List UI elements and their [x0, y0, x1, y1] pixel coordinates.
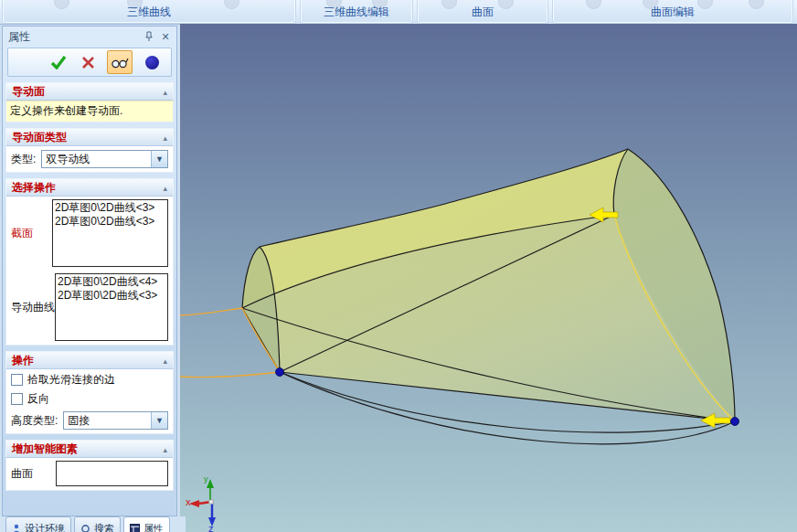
ribbon: 三维曲线 三维曲线编辑 曲面 曲面编辑	[0, 0, 797, 25]
window-icon	[130, 524, 140, 532]
tab-design-environment[interactable]: 设计环境	[5, 516, 71, 532]
panel-title: 属性	[8, 29, 30, 45]
chevron-down-icon[interactable]: ▼	[151, 151, 167, 167]
type-dropdown[interactable]: 双导动线 ▼	[41, 150, 168, 168]
property-panel: 属性 ✕ 导动面	[2, 26, 177, 516]
section-sweep-surface: 导动面 ▴ 定义操作来创建导动面.	[5, 82, 174, 122]
glasses-icon	[111, 56, 129, 69]
section-sweep-type: 导动面类型 ▴ 类型: 双导动线 ▼	[5, 128, 174, 173]
tab-properties[interactable]: 属性	[123, 516, 170, 532]
section-header[interactable]: 导动面 ▴	[5, 82, 174, 101]
collapse-arrow-icon[interactable]: ▴	[163, 184, 167, 193]
apply-point-button[interactable]	[142, 51, 162, 73]
smooth-edge-checkbox[interactable]	[11, 374, 23, 386]
collapse-arrow-icon[interactable]: ▴	[163, 88, 167, 97]
tab-search[interactable]: 搜索	[74, 516, 121, 532]
ribbon-group-label: 曲面编辑	[553, 5, 792, 20]
reverse-label: 反向	[27, 391, 49, 407]
height-type-dropdown[interactable]: 固接 ▼	[63, 411, 168, 430]
blue-dot-icon	[145, 56, 159, 69]
ribbon-group-3d-curve-edit: 三维曲线编辑	[300, 0, 413, 24]
guide-curve-listbox[interactable]: 2D草图0\2D曲线<4> 2D草图0\2D曲线<3>	[55, 273, 168, 341]
check-icon	[50, 55, 67, 69]
section-title: 增加智能图素	[12, 442, 78, 457]
panel-toolbar	[7, 48, 172, 77]
collapse-arrow-icon[interactable]: ▴	[163, 445, 167, 454]
surface-label: 曲面	[11, 466, 33, 482]
list-item[interactable]: 2D草图0\2D曲线<4>	[58, 275, 165, 289]
x-icon	[81, 56, 95, 69]
tab-label: 设计环境	[25, 522, 65, 532]
section-header[interactable]: 导动面类型 ▴	[5, 128, 174, 146]
cross-section-listbox[interactable]: 2D草图0\2D曲线<3> 2D草图0\2D曲线<3>	[52, 199, 168, 267]
chevron-down-icon[interactable]: ▼	[151, 412, 167, 429]
3d-scene: x y z	[180, 24, 797, 532]
tab-label: 搜索	[94, 522, 114, 532]
surface-input-box[interactable]	[56, 461, 168, 486]
section-select-operations: 选择操作 ▴ 截面 2D草图0\2D曲线<3> 2D草图0\2D曲线<3> 导动…	[5, 178, 174, 346]
list-item[interactable]: 2D草图0\2D曲线<3>	[58, 289, 165, 303]
ribbon-group-surface: 曲面	[417, 0, 548, 24]
height-type-value: 固接	[64, 413, 151, 429]
axis-label-x: x	[186, 496, 191, 507]
axis-label-y: y	[204, 474, 208, 484]
collapse-arrow-icon[interactable]: ▴	[163, 133, 167, 143]
ribbon-group-3d-curve: 三维曲线	[2, 0, 296, 24]
type-label: 类型:	[11, 152, 36, 167]
ribbon-group-label: 曲面	[418, 5, 547, 20]
tab-label: 属性	[143, 522, 164, 532]
3d-viewport[interactable]: x y z	[180, 24, 797, 532]
panel-title-bar: 属性 ✕	[3, 27, 176, 46]
section-header[interactable]: 增加智能图素 ▴	[5, 440, 174, 458]
type-dropdown-value: 双导动线	[42, 152, 151, 167]
section-add-smart-element: 增加智能图素 ▴ 曲面	[5, 440, 174, 491]
panel-tab-bar: 设计环境 搜索 属性	[0, 516, 186, 532]
collapse-arrow-icon[interactable]: ▴	[163, 356, 167, 366]
confirm-button[interactable]	[48, 51, 69, 73]
reverse-checkbox[interactable]	[11, 393, 23, 405]
section-hint: 定义操作来创建导动面.	[5, 101, 174, 122]
guide-curve-label: 导动曲线	[11, 300, 55, 315]
section-title: 操作	[12, 353, 34, 368]
ribbon-group-label: 三维曲线	[3, 5, 295, 20]
pin-icon[interactable]	[143, 30, 155, 43]
section-operations: 操作 ▴ 拾取光滑连接的边 反向 高度类型: 固接 ▼	[5, 351, 174, 434]
endpoint-dot-left[interactable]	[276, 368, 284, 377]
section-title: 选择操作	[12, 180, 56, 196]
preview-button[interactable]	[107, 50, 133, 74]
list-item[interactable]: 2D草图0\2D曲线<3>	[55, 201, 165, 215]
section-title: 导动面	[12, 84, 45, 100]
smooth-edge-label: 拾取光滑连接的边	[27, 372, 115, 388]
cancel-button[interactable]	[78, 51, 98, 73]
endpoint-dot-right[interactable]	[731, 418, 739, 426]
ribbon-group-label: 三维曲线编辑	[301, 5, 412, 20]
close-icon[interactable]: ✕	[159, 30, 172, 43]
axis-label-z: z	[208, 523, 214, 532]
ribbon-group-surface-edit: 曲面编辑	[552, 0, 793, 24]
cross-section-label: 截面	[11, 226, 33, 241]
section-header[interactable]: 操作 ▴	[5, 351, 174, 369]
person-icon	[12, 524, 21, 532]
list-item[interactable]: 2D草图0\2D曲线<3>	[55, 215, 165, 229]
section-header[interactable]: 选择操作 ▴	[5, 178, 174, 197]
ring-icon	[80, 524, 90, 532]
section-title: 导动面类型	[12, 130, 67, 145]
height-type-label: 高度类型:	[11, 413, 58, 429]
